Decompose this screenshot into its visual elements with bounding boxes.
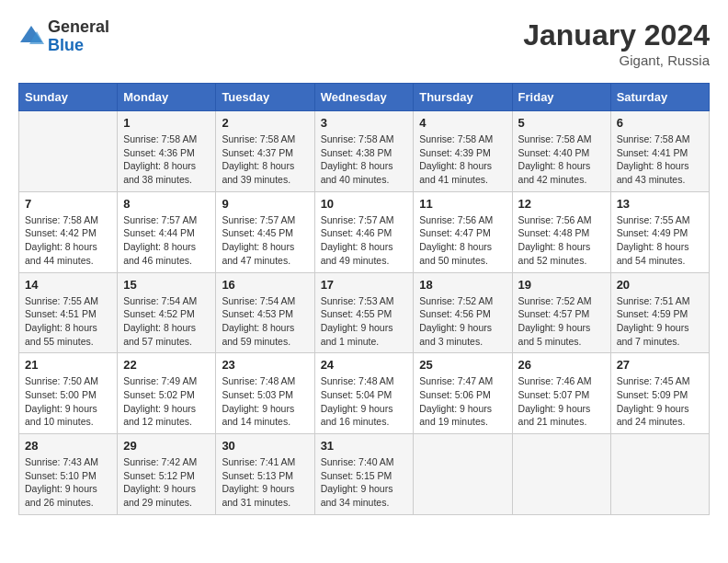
day-number: 4: [419, 116, 506, 130]
calendar-week-row: 28Sunrise: 7:43 AMSunset: 5:10 PMDayligh…: [19, 434, 710, 515]
day-info: Sunrise: 7:56 AMSunset: 4:47 PMDaylight:…: [419, 213, 506, 268]
calendar-week-row: 14Sunrise: 7:55 AMSunset: 4:51 PMDayligh…: [19, 272, 710, 353]
day-info: Sunrise: 7:47 AMSunset: 5:06 PMDaylight:…: [419, 374, 506, 429]
calendar-cell: 29Sunrise: 7:42 AMSunset: 5:12 PMDayligh…: [118, 434, 216, 515]
calendar-cell: 3Sunrise: 7:58 AMSunset: 4:38 PMDaylight…: [314, 111, 414, 192]
calendar-cell: 25Sunrise: 7:47 AMSunset: 5:06 PMDayligh…: [414, 353, 512, 434]
calendar-cell: 28Sunrise: 7:43 AMSunset: 5:10 PMDayligh…: [19, 434, 118, 515]
day-number: 26: [518, 358, 605, 372]
day-info: Sunrise: 7:55 AMSunset: 4:49 PMDaylight:…: [617, 213, 703, 268]
calendar-cell: 17Sunrise: 7:53 AMSunset: 4:55 PMDayligh…: [314, 272, 414, 353]
calendar-cell: 15Sunrise: 7:54 AMSunset: 4:52 PMDayligh…: [118, 272, 216, 353]
calendar-cell: 4Sunrise: 7:58 AMSunset: 4:39 PMDaylight…: [414, 111, 512, 192]
day-info: Sunrise: 7:58 AMSunset: 4:40 PMDaylight:…: [518, 132, 605, 187]
day-info: Sunrise: 7:54 AMSunset: 4:52 PMDaylight:…: [123, 294, 210, 349]
calendar-week-row: 1Sunrise: 7:58 AMSunset: 4:36 PMDaylight…: [19, 111, 710, 192]
day-info: Sunrise: 7:42 AMSunset: 5:12 PMDaylight:…: [123, 455, 210, 510]
day-info: Sunrise: 7:57 AMSunset: 4:45 PMDaylight:…: [222, 213, 308, 268]
day-number: 12: [518, 197, 605, 211]
day-info: Sunrise: 7:58 AMSunset: 4:41 PMDaylight:…: [617, 132, 703, 187]
day-number: 27: [617, 358, 703, 372]
calendar-cell: 20Sunrise: 7:51 AMSunset: 4:59 PMDayligh…: [610, 272, 709, 353]
calendar-week-row: 21Sunrise: 7:50 AMSunset: 5:00 PMDayligh…: [19, 353, 710, 434]
day-info: Sunrise: 7:51 AMSunset: 4:59 PMDaylight:…: [617, 294, 703, 349]
logo-blue: Blue: [48, 37, 109, 55]
calendar-cell: 6Sunrise: 7:58 AMSunset: 4:41 PMDaylight…: [610, 111, 709, 192]
calendar-cell: 10Sunrise: 7:57 AMSunset: 4:46 PMDayligh…: [314, 191, 414, 272]
weekday-header-monday: Monday: [118, 84, 216, 111]
day-number: 30: [222, 439, 308, 453]
day-number: 25: [419, 358, 506, 372]
day-number: 8: [123, 197, 210, 211]
calendar-cell: 12Sunrise: 7:56 AMSunset: 4:48 PMDayligh…: [512, 191, 610, 272]
day-info: Sunrise: 7:43 AMSunset: 5:10 PMDaylight:…: [25, 455, 111, 510]
day-number: 16: [222, 278, 308, 292]
day-number: 20: [617, 278, 703, 292]
day-info: Sunrise: 7:56 AMSunset: 4:48 PMDaylight:…: [518, 213, 605, 268]
weekday-header-row: SundayMondayTuesdayWednesdayThursdayFrid…: [19, 84, 710, 111]
day-number: 9: [222, 197, 308, 211]
day-number: 23: [222, 358, 308, 372]
calendar-cell: 19Sunrise: 7:52 AMSunset: 4:57 PMDayligh…: [512, 272, 610, 353]
day-info: Sunrise: 7:58 AMSunset: 4:39 PMDaylight:…: [419, 132, 506, 187]
day-info: Sunrise: 7:57 AMSunset: 4:46 PMDaylight:…: [321, 213, 408, 268]
calendar-cell: 24Sunrise: 7:48 AMSunset: 5:04 PMDayligh…: [314, 353, 414, 434]
day-number: 22: [123, 358, 210, 372]
title-block: January 2024 Gigant, Russia: [523, 18, 710, 68]
calendar-cell: [414, 434, 512, 515]
day-number: 31: [321, 439, 408, 453]
day-info: Sunrise: 7:55 AMSunset: 4:51 PMDaylight:…: [25, 294, 111, 349]
day-number: 14: [25, 278, 111, 292]
day-number: 24: [321, 358, 408, 372]
day-info: Sunrise: 7:46 AMSunset: 5:07 PMDaylight:…: [518, 374, 605, 429]
calendar-cell: 5Sunrise: 7:58 AMSunset: 4:40 PMDaylight…: [512, 111, 610, 192]
day-number: 21: [25, 358, 111, 372]
calendar-cell: 18Sunrise: 7:52 AMSunset: 4:56 PMDayligh…: [414, 272, 512, 353]
calendar-table: SundayMondayTuesdayWednesdayThursdayFrid…: [18, 83, 710, 515]
calendar-cell: 9Sunrise: 7:57 AMSunset: 4:45 PMDaylight…: [216, 191, 314, 272]
calendar-cell: 7Sunrise: 7:58 AMSunset: 4:42 PMDaylight…: [19, 191, 118, 272]
calendar-cell: 26Sunrise: 7:46 AMSunset: 5:07 PMDayligh…: [512, 353, 610, 434]
weekday-header-tuesday: Tuesday: [216, 84, 314, 111]
day-info: Sunrise: 7:41 AMSunset: 5:13 PMDaylight:…: [222, 455, 308, 510]
calendar-cell: 31Sunrise: 7:40 AMSunset: 5:15 PMDayligh…: [314, 434, 414, 515]
calendar-week-row: 7Sunrise: 7:58 AMSunset: 4:42 PMDaylight…: [19, 191, 710, 272]
day-number: 3: [321, 116, 408, 130]
calendar-cell: 1Sunrise: 7:58 AMSunset: 4:36 PMDaylight…: [118, 111, 216, 192]
calendar-cell: 30Sunrise: 7:41 AMSunset: 5:13 PMDayligh…: [216, 434, 314, 515]
day-info: Sunrise: 7:49 AMSunset: 5:02 PMDaylight:…: [123, 374, 210, 429]
calendar-cell: 14Sunrise: 7:55 AMSunset: 4:51 PMDayligh…: [19, 272, 118, 353]
day-number: 7: [25, 197, 111, 211]
logo-general: General: [48, 18, 109, 37]
weekday-header-saturday: Saturday: [610, 84, 709, 111]
month-title: January 2024: [523, 18, 710, 52]
calendar-cell: 21Sunrise: 7:50 AMSunset: 5:00 PMDayligh…: [19, 353, 118, 434]
day-number: 6: [617, 116, 703, 130]
location: Gigant, Russia: [523, 52, 710, 68]
weekday-header-wednesday: Wednesday: [314, 84, 414, 111]
day-info: Sunrise: 7:40 AMSunset: 5:15 PMDaylight:…: [321, 455, 408, 510]
weekday-header-sunday: Sunday: [19, 84, 118, 111]
calendar-cell: [19, 111, 118, 192]
day-info: Sunrise: 7:58 AMSunset: 4:37 PMDaylight:…: [222, 132, 308, 187]
day-info: Sunrise: 7:57 AMSunset: 4:44 PMDaylight:…: [123, 213, 210, 268]
day-number: 19: [518, 278, 605, 292]
logo: General Blue: [18, 18, 109, 55]
calendar-cell: [610, 434, 709, 515]
day-number: 11: [419, 197, 506, 211]
day-number: 1: [123, 116, 210, 130]
day-info: Sunrise: 7:52 AMSunset: 4:56 PMDaylight:…: [419, 294, 506, 349]
day-info: Sunrise: 7:58 AMSunset: 4:36 PMDaylight:…: [123, 132, 210, 187]
calendar-cell: 13Sunrise: 7:55 AMSunset: 4:49 PMDayligh…: [610, 191, 709, 272]
calendar-cell: 16Sunrise: 7:54 AMSunset: 4:53 PMDayligh…: [216, 272, 314, 353]
calendar-cell: [512, 434, 610, 515]
day-info: Sunrise: 7:45 AMSunset: 5:09 PMDaylight:…: [617, 374, 703, 429]
calendar-cell: 11Sunrise: 7:56 AMSunset: 4:47 PMDayligh…: [414, 191, 512, 272]
day-number: 2: [222, 116, 308, 130]
calendar-cell: 23Sunrise: 7:48 AMSunset: 5:03 PMDayligh…: [216, 353, 314, 434]
day-info: Sunrise: 7:58 AMSunset: 4:38 PMDaylight:…: [321, 132, 408, 187]
day-info: Sunrise: 7:53 AMSunset: 4:55 PMDaylight:…: [321, 294, 408, 349]
day-number: 13: [617, 197, 703, 211]
calendar-cell: 8Sunrise: 7:57 AMSunset: 4:44 PMDaylight…: [118, 191, 216, 272]
header: General Blue January 2024 Gigant, Russia: [18, 18, 710, 68]
